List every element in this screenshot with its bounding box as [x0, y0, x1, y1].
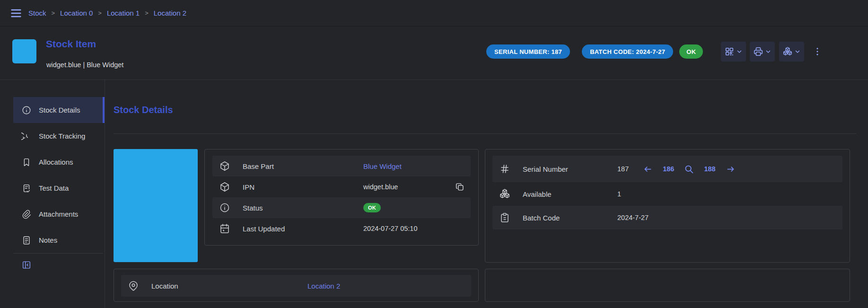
qr-code-icon — [724, 46, 735, 57]
bookmark-icon — [21, 157, 32, 167]
breadcrumb-separator: > — [52, 9, 55, 17]
breadcrumb-location-0[interactable]: Location 0 — [60, 9, 93, 17]
hash-icon — [499, 163, 510, 175]
calendar-icon — [219, 223, 230, 234]
sidebar-item-label: Test Data — [39, 184, 69, 192]
stock-item-thumbnail[interactable] — [12, 39, 36, 63]
sidebar-item-label: Attachments — [39, 210, 78, 218]
barcode-actions-button[interactable] — [721, 42, 746, 62]
row-label: Batch Code — [523, 214, 617, 222]
file-check-icon — [21, 183, 32, 194]
sidebar-item-label: Allocations — [39, 158, 73, 166]
paperclip-icon — [21, 209, 32, 220]
top-navbar: Stock > Location 0 > Location 1 > Locati… — [0, 0, 868, 26]
row-label: Location — [151, 282, 307, 290]
sidebar-item-stock-tracking[interactable]: Stock Tracking — [13, 123, 105, 149]
chevron-down-icon — [765, 48, 772, 55]
stock-cubes-icon — [499, 188, 510, 200]
previous-serial-link[interactable]: 186 — [663, 165, 674, 173]
row-label: IPN — [243, 183, 363, 191]
main-panel: Stock Details Base Part Blue Widget IPN … — [105, 80, 868, 308]
batch-code-value: 2024-7-27 — [617, 214, 842, 221]
history-icon — [21, 131, 32, 141]
sidebar-item-label: Stock Tracking — [39, 132, 85, 140]
row-label: Base Part — [243, 162, 363, 170]
box-icon — [219, 160, 230, 172]
empty-panel — [485, 269, 850, 302]
serial-navigation: 186 188 — [643, 164, 735, 174]
row-label: Status — [243, 204, 363, 212]
details-card: Base Part Blue Widget IPN widget.blue St… — [204, 149, 479, 246]
map-pin-icon — [128, 280, 139, 291]
page-subtitle: widget.blue | Blue Widget — [46, 61, 123, 69]
sidebar-item-allocations[interactable]: Allocations — [13, 149, 105, 175]
table-row: Last Updated 2024-07-27 05:10 — [212, 218, 471, 239]
printer-icon — [753, 46, 763, 57]
arrow-left-icon[interactable] — [643, 164, 653, 174]
table-row: Serial Number 187 186 188 — [492, 156, 842, 182]
clipboard-icon — [499, 212, 510, 223]
notes-icon — [21, 235, 32, 246]
location-link[interactable]: Location 2 — [307, 282, 471, 290]
table-row: Location Location 2 — [121, 275, 471, 297]
page-header: Stock Item widget.blue | Blue Widget SER… — [0, 27, 868, 80]
table-row: Base Part Blue Widget — [212, 156, 471, 176]
breadcrumb-location-2[interactable]: Location 2 — [154, 9, 186, 17]
copy-icon[interactable] — [455, 182, 465, 192]
sidebar-divider — [13, 253, 103, 254]
sidebar-item-test-data[interactable]: Test Data — [13, 175, 105, 201]
breadcrumb-separator: > — [98, 9, 102, 17]
status-ok-badge: OK — [363, 203, 381, 212]
quantity-card: Serial Number 187 186 188 — [485, 149, 850, 263]
heading-divider — [114, 133, 856, 134]
serial-number-badge: SERIAL NUMBER: 187 — [486, 44, 570, 59]
available-value: 1 — [617, 190, 842, 198]
sidebar-item-label: Notes — [39, 236, 57, 244]
chevron-down-icon — [794, 48, 801, 55]
panel-heading: Stock Details — [114, 105, 173, 115]
row-label: Serial Number — [523, 165, 617, 173]
sidebar-item-label: Stock Details — [39, 106, 80, 114]
sidebar-collapse-button[interactable] — [21, 260, 32, 270]
hamburger-menu-icon[interactable] — [9, 7, 23, 20]
sidebar-item-stock-details[interactable]: Stock Details — [13, 97, 105, 123]
sidebar: Stock Details Stock Tracking Allocations… — [0, 80, 105, 308]
info-circle-icon — [219, 202, 230, 213]
more-options-button[interactable] — [812, 46, 823, 57]
stock-cubes-icon — [782, 46, 793, 57]
table-row: Batch Code 2024-7-27 — [492, 206, 842, 229]
page-title: Stock Item — [46, 38, 96, 50]
ipn-value: widget.blue — [363, 183, 398, 191]
batch-code-badge: BATCH CODE: 2024-7-27 — [582, 44, 673, 59]
breadcrumb-stock[interactable]: Stock — [28, 9, 46, 17]
stock-item-image[interactable] — [114, 149, 198, 262]
info-circle-icon — [21, 105, 32, 115]
location-card: Location Location 2 — [114, 269, 479, 302]
arrow-right-icon[interactable] — [726, 164, 736, 174]
table-row: Status OK — [212, 197, 471, 218]
table-row: Available 1 — [492, 182, 842, 206]
header-actions: SERIAL NUMBER: 187 BATCH CODE: 2024-7-27… — [486, 37, 823, 66]
search-icon[interactable] — [684, 164, 694, 174]
row-label: Last Updated — [243, 225, 363, 233]
status-badge: OK — [679, 44, 703, 59]
print-actions-button[interactable] — [750, 42, 775, 62]
sidebar-item-notes[interactable]: Notes — [13, 227, 105, 253]
box-icon — [219, 181, 230, 193]
serial-number-value: 187 — [617, 165, 629, 173]
sidebar-item-attachments[interactable]: Attachments — [13, 201, 105, 227]
stock-actions-button[interactable] — [779, 42, 804, 62]
chevron-down-icon — [736, 48, 743, 55]
breadcrumb-location-1[interactable]: Location 1 — [107, 9, 140, 17]
breadcrumb: Stock > Location 0 > Location 1 > Locati… — [28, 9, 186, 17]
last-updated-value: 2024-07-27 05:10 — [363, 225, 471, 232]
breadcrumb-separator: > — [145, 9, 149, 17]
next-serial-link[interactable]: 188 — [704, 165, 715, 173]
table-row: IPN widget.blue — [212, 176, 471, 197]
base-part-link[interactable]: Blue Widget — [363, 162, 471, 170]
row-label: Available — [523, 190, 617, 198]
